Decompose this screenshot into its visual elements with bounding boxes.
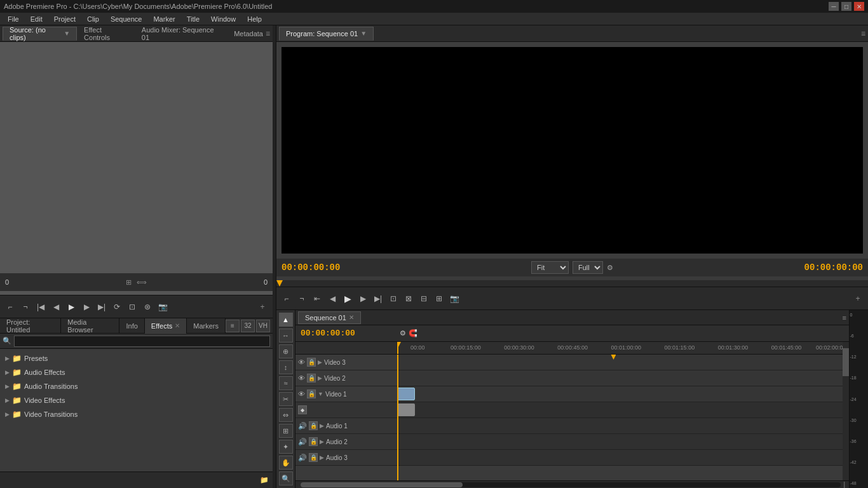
tool-razor[interactable]: ✂ xyxy=(279,392,293,406)
video3-expand-icon[interactable]: ▶ xyxy=(318,359,322,365)
tool-ripple-edit[interactable]: ⊕ xyxy=(279,344,293,358)
tool-slide[interactable]: ⊞ xyxy=(279,424,293,438)
video1-lock-icon[interactable]: 🔒 xyxy=(307,390,316,398)
close-button[interactable]: ✕ xyxy=(854,2,864,11)
source-step-fwd-btn[interactable]: ▶ xyxy=(80,301,93,313)
tree-item-video-effects[interactable]: ▶ 📁 Video Effects xyxy=(0,393,273,407)
prog-lift-btn[interactable]: ⊡ xyxy=(387,292,400,305)
menu-file[interactable]: File xyxy=(3,14,24,24)
source-play-btn[interactable]: ▶ xyxy=(65,301,78,313)
menu-window[interactable]: Window xyxy=(206,14,241,24)
audio1-lock-icon[interactable]: 🔒 xyxy=(309,421,318,430)
prog-extract-btn[interactable]: ⊠ xyxy=(402,292,415,305)
source-out-point-btn[interactable]: ¬ xyxy=(19,301,32,313)
menu-clip[interactable]: Clip xyxy=(82,14,104,24)
timeline-scrollbar-track[interactable] xyxy=(301,482,841,487)
prog-goto-out-btn[interactable]: ▶| xyxy=(372,292,384,305)
prog-insert-btn[interactable]: ⊟ xyxy=(417,292,430,305)
video1-expand-icon[interactable]: ▼ xyxy=(318,391,323,397)
audio2-mute-icon[interactable]: 🔊 xyxy=(298,438,307,446)
prog-goto-in-btn[interactable]: ⇤ xyxy=(311,292,323,305)
prog-export-frame-btn[interactable]: 📷 xyxy=(448,292,461,305)
tab-info[interactable]: Info xyxy=(119,318,144,334)
tab-effect-controls[interactable]: Effect Controls xyxy=(77,27,135,41)
prog-step-fwd-btn[interactable]: ▶ xyxy=(356,292,369,305)
video1-sub-icon[interactable]: ◆ xyxy=(298,405,307,414)
audio3-lock-icon[interactable]: 🔒 xyxy=(309,453,318,462)
program-panel-menu-icon[interactable]: ≡ xyxy=(861,29,865,38)
panel-vh-btn[interactable]: VH xyxy=(256,320,270,332)
prog-in-btn[interactable]: ⌐ xyxy=(280,292,293,305)
effects-search-input[interactable] xyxy=(14,336,270,347)
source-output-btn[interactable]: ⊛ xyxy=(141,301,154,313)
program-scrub-area[interactable] xyxy=(276,276,868,287)
audio2-expand-icon[interactable]: ▶ xyxy=(320,438,324,445)
source-add-btn[interactable]: + xyxy=(256,301,269,313)
prog-add-btn[interactable]: + xyxy=(851,292,864,305)
prog-out-btn[interactable]: ¬ xyxy=(295,292,308,305)
clip-video1[interactable] xyxy=(397,388,415,400)
source-scrub-bar[interactable] xyxy=(0,291,273,295)
program-wrench-icon[interactable]: ⚙ xyxy=(607,264,613,272)
audio2-lock-icon[interactable]: 🔒 xyxy=(309,437,318,446)
tree-item-audio-effects[interactable]: ▶ 📁 Audio Effects xyxy=(0,365,273,379)
video2-lock-icon[interactable]: 🔒 xyxy=(307,374,316,383)
prog-step-back-btn[interactable]: ◀ xyxy=(326,292,339,305)
tree-item-audio-transitions[interactable]: ▶ 📁 Audio Transitions xyxy=(0,379,273,393)
tab-effects[interactable]: Effects ✕ xyxy=(145,318,187,334)
menu-title[interactable]: Title xyxy=(182,14,205,24)
source-dropdown-icon[interactable]: ▼ xyxy=(64,30,70,37)
tool-zoom[interactable]: 🔍 xyxy=(279,471,293,485)
tab-audio-mixer[interactable]: Audio Mixer: Sequence 01 xyxy=(135,27,227,41)
tl-scroll-end-icon[interactable]: | xyxy=(841,481,848,488)
program-fit-dropdown[interactable]: Fit 25% 50% 75% 100% xyxy=(531,261,569,274)
timeline-ruler[interactable]: 00:00 00:00:15:00 00:00:30:00 00:00:45:0… xyxy=(397,342,843,355)
timeline-panel-menu-icon[interactable]: ≡ xyxy=(843,314,846,322)
tool-track-select[interactable]: ↔ xyxy=(279,329,293,342)
timeline-tab-close-icon[interactable]: ✕ xyxy=(349,314,354,321)
video3-lock-icon[interactable]: 🔒 xyxy=(307,358,316,367)
timeline-tab-seq01[interactable]: Sequence 01 ✕ xyxy=(298,311,361,324)
tl-settings-icon[interactable]: ⚙ xyxy=(400,329,406,337)
prog-overwrite-btn[interactable]: ⊞ xyxy=(433,292,445,305)
minimize-button[interactable]: ─ xyxy=(829,2,839,11)
program-quality-dropdown[interactable]: Full 1/2 1/4 xyxy=(573,261,603,274)
video1-eye-icon[interactable]: 👁 xyxy=(298,390,305,398)
tracks-right-scrollbar[interactable] xyxy=(843,342,849,480)
timeline-h-scrollbar[interactable]: | xyxy=(295,480,849,488)
audio1-expand-icon[interactable]: ▶ xyxy=(320,423,324,429)
tab-source-clips[interactable]: Source: (no clips) ▼ xyxy=(3,27,77,41)
source-next-clip-btn[interactable]: ▶| xyxy=(95,301,108,313)
source-step-back-btn[interactable]: ◀ xyxy=(50,301,62,313)
tab-markers[interactable]: Markers xyxy=(187,318,226,334)
tab-media-browser[interactable]: Media Browser xyxy=(61,318,119,334)
menu-marker[interactable]: Marker xyxy=(148,14,180,24)
source-in-point-btn[interactable]: ⌐ xyxy=(4,301,17,313)
tree-item-presets[interactable]: ▶ 📁 Presets xyxy=(0,351,273,365)
maximize-button[interactable]: □ xyxy=(841,2,851,11)
tool-pen[interactable]: ✦ xyxy=(279,440,293,454)
tab-program-seq01[interactable]: Program: Sequence 01 ▼ xyxy=(279,27,374,41)
audio3-expand-icon[interactable]: ▶ xyxy=(320,454,324,461)
tree-item-video-transitions[interactable]: ▶ 📁 Video Transitions xyxy=(0,407,273,421)
prog-play-btn[interactable]: ▶ xyxy=(341,292,354,305)
tab-project[interactable]: Project: Untitled xyxy=(0,318,61,334)
new-folder-icon[interactable]: 📁 xyxy=(260,476,269,484)
panel-size-btn[interactable]: 32 xyxy=(241,320,255,332)
tool-hand[interactable]: ✋ xyxy=(279,456,293,470)
tool-rolling-edit[interactable]: ↕ xyxy=(279,360,293,374)
audio1-mute-icon[interactable]: 🔊 xyxy=(298,422,307,430)
source-panel-menu-icon[interactable]: ≡ xyxy=(266,29,270,38)
video2-expand-icon[interactable]: ▶ xyxy=(318,375,322,381)
source-export-frame-btn[interactable]: 📷 xyxy=(156,301,169,313)
menu-edit[interactable]: Edit xyxy=(25,14,48,24)
tool-select[interactable]: ▲ xyxy=(279,313,293,327)
effects-tab-close-icon[interactable]: ✕ xyxy=(175,322,180,329)
tl-snap-icon[interactable]: 🧲 xyxy=(409,329,417,337)
video2-eye-icon[interactable]: 👁 xyxy=(298,374,305,382)
video3-eye-icon[interactable]: 👁 xyxy=(298,358,305,366)
tool-slip[interactable]: ⇔ xyxy=(279,408,293,422)
source-safe-margin-btn[interactable]: ⊡ xyxy=(126,301,139,313)
menu-help[interactable]: Help xyxy=(242,14,267,24)
panel-list-view-btn[interactable]: ≡ xyxy=(226,320,240,332)
